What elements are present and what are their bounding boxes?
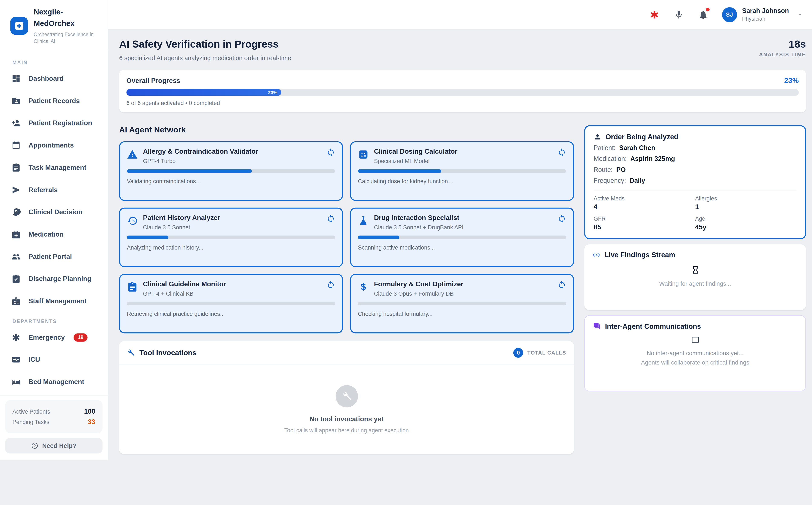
order-stats-grid: Active Meds 4 Allergies 1 GFR 85 Age — [593, 195, 797, 231]
agent-card-dosing-calculator: Clinical Dosing Calculator Specialized M… — [350, 141, 574, 201]
brand-block: Nexgile-MedOrchex Orchestrating Excellen… — [0, 0, 108, 50]
dollar-icon: $ — [358, 282, 369, 293]
history-icon — [127, 215, 138, 226]
clipboard-icon — [11, 163, 21, 172]
communications-empty-state: No inter-agent communications yet... Age… — [593, 336, 797, 366]
app-viewport: Nexgile-MedOrchex Orchestrating Excellen… — [0, 0, 812, 505]
agent-card-history-analyzer: Patient History Analyzer Claude 3.5 Sonn… — [119, 208, 343, 267]
sidebar-item-staff-management[interactable]: Staff Management — [0, 290, 108, 312]
broadcast-icon — [592, 251, 600, 259]
svg-text:$: $ — [361, 282, 366, 292]
agent-card-allergy-validator: Allergy & Contraindication Validator GPT… — [119, 141, 343, 201]
order-field-frequency: Frequency:Daily — [593, 177, 797, 184]
sidebar-item-patient-records[interactable]: Patient Records — [0, 90, 108, 112]
sidebar-item-patient-portal[interactable]: Patient Portal — [0, 245, 108, 268]
flask-icon — [358, 215, 369, 226]
calendar-icon — [11, 141, 21, 150]
user-role: Physician — [742, 15, 789, 22]
agent-network-title: AI Agent Network — [119, 125, 574, 135]
wrench-empty-icon — [335, 385, 358, 407]
person-icon — [593, 133, 601, 141]
active-patients-value: 100 — [84, 407, 95, 415]
sidebar-item-referrals[interactable]: Referrals — [0, 179, 108, 201]
user-name: Sarah Johnson — [742, 7, 789, 15]
svg-text:?: ? — [34, 444, 36, 448]
total-calls-label: TOTAL CALLS — [527, 350, 566, 355]
tool-invocations-empty-state: No tool invocations yet Tool calls will … — [119, 364, 574, 454]
emergency-count-badge: 19 — [74, 333, 88, 341]
sidebar-item-clinical-decision[interactable]: Clinical Decision — [0, 201, 108, 223]
sidebar-nav: MAIN Dashboard Patient Records Patient R… — [0, 50, 108, 395]
notification-dot — [706, 8, 709, 11]
main-content: AI Safety Verification in Progress 6 spe… — [108, 29, 812, 505]
analysis-timer: 18s ANALYSIS TIME — [759, 38, 806, 57]
microphone-icon[interactable] — [673, 9, 685, 20]
sidebar-item-emergency[interactable]: Emergency 19 — [0, 326, 108, 349]
order-stat-gfr: GFR 85 — [593, 215, 695, 231]
order-field-route: Route:PO — [593, 166, 797, 173]
total-calls-count: 0 — [513, 347, 523, 357]
user-menu[interactable]: SJ Sarah Johnson Physician — [722, 7, 803, 22]
left-column: AI Agent Network Allergy & Contraindicat… — [119, 125, 574, 454]
agent-card-formulary-optimizer: $ Formulary & Cost Optimizer Claude 3 Op… — [350, 274, 574, 333]
overall-progress-card: Overall Progress 23% 23% 6 of 6 agents a… — [119, 70, 806, 113]
emergency-asterisk-icon[interactable] — [649, 9, 660, 20]
order-field-medication: Medication:Aspirin 325mg — [593, 155, 797, 163]
psychology-icon — [11, 207, 21, 217]
agent-card-drug-interaction: Drug Interaction Specialist Claude 3.5 S… — [350, 208, 574, 267]
right-column: Order Being Analyzed Patient:Sarah Chen … — [584, 125, 806, 454]
sidebar-item-discharge-planning[interactable]: Discharge Planning — [0, 268, 108, 290]
sidebar-stats-panel: Active Patients 100 Pending Tasks 33 — [5, 400, 103, 434]
agent-progress-fill — [127, 169, 252, 173]
monitor-pulse-icon — [11, 355, 21, 364]
order-stat-active-meds: Active Meds 4 — [593, 195, 695, 211]
nav-section-main: MAIN — [12, 59, 108, 65]
sidebar-item-dashboard[interactable]: Dashboard — [0, 67, 108, 90]
page-subtitle: 6 specialized AI agents analyzing medica… — [119, 54, 291, 62]
sync-spinner-icon — [326, 148, 335, 157]
page-header: AI Safety Verification in Progress 6 spe… — [119, 38, 806, 62]
topbar: SJ Sarah Johnson Physician — [108, 0, 812, 29]
calculator-icon — [358, 149, 369, 160]
page-title: AI Safety Verification in Progress — [119, 38, 291, 50]
sidebar-item-appointments[interactable]: Appointments — [0, 134, 108, 156]
active-patients-stat: Active Patients 100 — [12, 407, 95, 415]
notifications-bell-icon[interactable] — [698, 9, 709, 20]
sidebar-item-patient-registration[interactable]: Patient Registration — [0, 112, 108, 134]
agents-grid: Allergy & Contraindication Validator GPT… — [119, 141, 574, 333]
overall-progress-percent: 23% — [784, 76, 799, 85]
avatar: SJ — [722, 7, 737, 22]
order-title: Order Being Analyzed — [605, 133, 678, 141]
forum-chat-icon — [593, 322, 601, 330]
sidebar-item-medication[interactable]: Medication — [0, 223, 108, 245]
tool-invocations-card: Tool Invocations 0 TOTAL CALLS No tool i… — [119, 341, 574, 454]
brand-name: Nexgile-MedOrchex — [34, 7, 91, 29]
inter-agent-communications-card: Inter-Agent Communications No inter-agen… — [584, 315, 806, 391]
pending-tasks-value: 33 — [88, 417, 95, 426]
clipboard-lines-icon — [127, 282, 138, 293]
send-icon — [11, 185, 21, 194]
sync-spinner-icon — [326, 214, 335, 223]
order-stat-age: Age 45y — [695, 215, 797, 231]
warning-triangle-icon — [127, 149, 138, 160]
sync-spinner-icon — [326, 281, 335, 289]
divider — [593, 190, 797, 190]
medical-kit-icon — [11, 229, 21, 239]
dashboard-icon — [11, 74, 21, 83]
emergency-star-icon — [11, 333, 21, 342]
people-icon — [11, 252, 21, 261]
agent-progress-fill — [358, 235, 400, 239]
sidebar-item-task-management[interactable]: Task Management — [0, 156, 108, 179]
order-stat-allergies: Allergies 1 — [695, 195, 797, 211]
sync-spinner-icon — [557, 214, 566, 223]
live-findings-card: Live Findings Stream Waiting for agent f… — [584, 244, 806, 310]
medical-plus-icon — [10, 17, 28, 34]
overall-progress-track: 23% — [126, 89, 799, 96]
sidebar-item-icu[interactable]: ICU — [0, 348, 108, 371]
need-help-button[interactable]: ? Need Help? — [5, 438, 103, 453]
nav-section-departments: DEPARTMENTS — [12, 318, 108, 324]
live-findings-title: Live Findings Stream — [604, 251, 675, 259]
tool-invocations-title: Tool Invocations — [139, 348, 196, 357]
sidebar-item-bed-management[interactable]: Bed Management — [0, 371, 108, 393]
sync-spinner-icon — [557, 148, 566, 157]
